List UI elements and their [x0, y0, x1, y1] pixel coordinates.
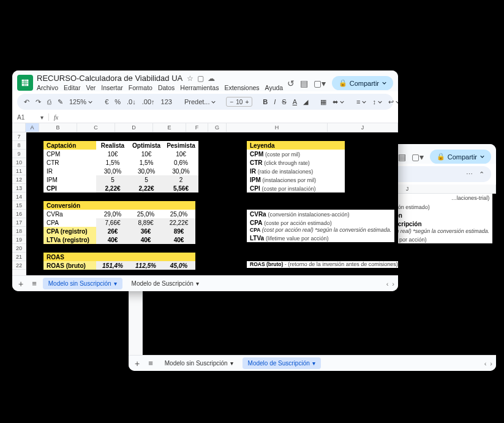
column-headers: A B C D E F G H J [12, 123, 398, 132]
menu-formato[interactable]: Formato [129, 84, 152, 91]
scroll-right-icon[interactable]: › [392, 280, 394, 288]
share-button[interactable]: 🔒 Compartir [332, 76, 393, 90]
titlebar: RECURSO-Calculadora de Viabilidad UA ☆ ▢… [12, 70, 398, 91]
fill-color-icon[interactable]: ◢ [301, 97, 310, 107]
wrap-icon[interactable]: ↩ [386, 97, 398, 107]
sheet-tabs: + ≡ Modelo sin Suscripción ▾ Modelo de S… [129, 355, 496, 371]
currency-icon[interactable]: € [103, 97, 110, 107]
scroll-left-icon[interactable]: ‹ [484, 360, 487, 367]
meet-icon[interactable]: ▢▾ [412, 152, 424, 162]
tab-modelo-sin[interactable]: Modelo sin Suscripción ▾ [159, 357, 239, 369]
add-sheet-button[interactable]: + [132, 359, 142, 368]
menu-extensiones[interactable]: Extensiones [224, 84, 259, 91]
increase-decimal-icon[interactable]: .00↑ [140, 97, 157, 107]
strike-icon[interactable]: S [280, 97, 288, 107]
scroll-right-icon[interactable]: › [490, 360, 492, 367]
valign-icon[interactable]: ↕ [370, 97, 384, 107]
col-a[interactable]: A [26, 123, 39, 132]
expand-up-icon[interactable]: ⌃ [477, 169, 486, 180]
menu-ver[interactable]: Ver [86, 84, 96, 91]
toolbar: ↶ ↷ ⎙ ✎ 125% € % .0↓ .00↑ 123 Predet... … [17, 94, 393, 110]
decrease-decimal-icon[interactable]: .0↓ [125, 97, 138, 107]
comment-icon[interactable]: ▤ [300, 78, 308, 88]
all-sheets-button[interactable]: ≡ [146, 359, 156, 368]
print-icon[interactable]: ⎙ [45, 97, 53, 107]
svg-rect-0 [22, 80, 29, 86]
bold-icon[interactable]: B [261, 97, 269, 107]
merge-icon[interactable]: ⬌ [331, 97, 346, 107]
lock-icon: 🔒 [339, 79, 347, 87]
zoom-select[interactable]: 125% [67, 97, 94, 107]
menu-archivo[interactable]: Archivo [37, 84, 58, 91]
sheet-canvas[interactable]: Captación Realista Optimista Pesimista C… [26, 132, 398, 275]
captacion-table: Captación Realista Optimista Pesimista C… [43, 141, 198, 192]
all-sheets-button[interactable]: ≡ [29, 279, 39, 288]
sheets-window-front: RECURSO-Calculadora de Viabilidad UA ☆ ▢… [12, 70, 398, 291]
tab-modelo-de[interactable]: Modelo de Suscripción ▾ [243, 357, 321, 369]
chevron-down-icon [480, 154, 484, 159]
lock-icon: 🔒 [437, 153, 445, 161]
tab-modelo-sin[interactable]: Modelo sin Suscripción ▾ [43, 278, 122, 289]
percent-icon[interactable]: % [113, 97, 122, 107]
more-formats-icon[interactable]: 123 [159, 97, 174, 107]
halign-icon[interactable]: ≡ [355, 97, 368, 107]
comment-icon[interactable]: ▤ [398, 152, 406, 162]
leyenda-roas: ROAS (bruto) - (retorno de la inversión … [247, 261, 398, 268]
scroll-left-icon[interactable]: ‹ [386, 280, 389, 288]
menu-insertar[interactable]: Insertar [101, 84, 123, 91]
history-icon[interactable]: ↺ [287, 78, 295, 88]
move-icon[interactable]: ▢ [197, 74, 204, 83]
menu-herramientas[interactable]: Herramientas [180, 84, 219, 91]
undo-icon[interactable]: ↶ [22, 97, 31, 107]
tab-modelo-de[interactable]: Modelo de Suscripción ▾ [126, 278, 205, 289]
font-select[interactable]: Predet... [182, 97, 218, 107]
redo-icon[interactable]: ↷ [34, 97, 43, 107]
paint-format-icon[interactable]: ✎ [56, 97, 65, 107]
leyenda-table: Leyenda CPM (coste por mil) CTR (click t… [247, 141, 345, 192]
name-box[interactable]: A1 [17, 114, 36, 121]
leyenda-table-2: CVRa (conversión instalaciones-acción) C… [247, 210, 394, 242]
formula-bar: A1 ▾ fx [12, 112, 398, 123]
add-sheet-button[interactable]: + [16, 279, 26, 289]
menu-bar: Archivo Editar Ver Insertar Formato Dato… [37, 84, 283, 91]
chevron-down-icon [382, 81, 386, 85]
row-numbers: 78910 11121314 15161718 19202122 [12, 132, 26, 275]
meet-icon[interactable]: ▢▾ [314, 78, 326, 88]
sheet-tabs: + ≡ Modelo sin Suscripción ▾ Modelo de S… [12, 275, 398, 291]
font-size-input[interactable]: −10+ [226, 97, 252, 107]
share-button[interactable]: 🔒 Compartir [430, 150, 491, 164]
cloud-icon[interactable]: ☁ [208, 74, 215, 83]
more-icon[interactable]: ⋯ [464, 169, 475, 180]
fx-icon: fx [54, 114, 58, 121]
menu-ayuda[interactable]: Ayuda [265, 84, 284, 91]
italic-icon[interactable]: I [272, 97, 277, 107]
menu-datos[interactable]: Datos [158, 84, 175, 91]
borders-icon[interactable]: ▦ [318, 97, 328, 107]
conversion-table: Conversión CVRa29,0%25,0%25,0% CPA7,66€8… [43, 201, 195, 244]
roas-table: ROAS ROAS (bruto)151,4%112,5%45,0% [43, 253, 195, 270]
doc-title[interactable]: RECURSO-Calculadora de Viabilidad UA [37, 74, 182, 83]
star-icon[interactable]: ☆ [187, 74, 194, 83]
text-color-icon[interactable]: A [291, 97, 299, 107]
menu-editar[interactable]: Editar [64, 84, 80, 91]
sheets-logo-icon [17, 75, 33, 91]
